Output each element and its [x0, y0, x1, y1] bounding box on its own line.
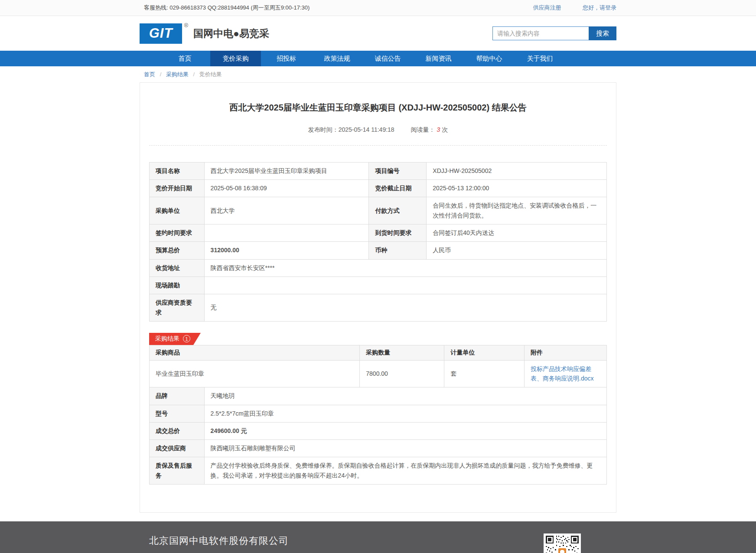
login-link[interactable]: 您好，请登录	[583, 4, 616, 11]
row-value	[204, 224, 369, 242]
table-row: 收货地址 陕西省西安市长安区****	[150, 259, 607, 276]
site-logo[interactable]: GIT ® 国网中电●易竞采	[140, 23, 269, 44]
breadcrumb: 首页 / 采购结果 / 竞价结果	[140, 66, 616, 82]
row-value: 合同签订后40天内送达	[427, 224, 607, 242]
nav-item-news[interactable]: 新闻资讯	[413, 51, 464, 66]
nav-item-policies[interactable]: 政策法规	[312, 51, 362, 66]
table-row: 成交供应商 陕西曦玥玉石雕刻雕塑有限公司	[150, 439, 607, 457]
attachment-link[interactable]: 投标产品技术响应偏差表、商务响应说明.docx	[531, 364, 600, 384]
result-details-table: 品牌 天曦地玥 型号 2.5*2.5*7cm蓝田玉印章 成交总价 249600.…	[149, 387, 607, 485]
views-count: 3	[437, 126, 440, 133]
search-button[interactable]: 搜索	[589, 26, 616, 40]
qr-code-area[interactable]: 点击扫描二维码	[534, 533, 590, 553]
announcement-card: 西北大学2025届毕业生蓝田玉印章采购项目 (XDJJ-HW-202505002…	[140, 82, 616, 513]
col-header-quantity: 采购数量	[360, 345, 444, 360]
site-footer: 北京国网中电软件股份有限公司 电话：029-86618373/138110016…	[0, 521, 756, 553]
brand-value: 天曦地玥	[204, 387, 606, 405]
row-label: 现场踏勘	[150, 276, 205, 294]
nav-item-tenders[interactable]: 招投标	[261, 51, 312, 66]
site-header: GIT ® 国网中电●易竞采 搜索	[0, 16, 756, 51]
model-value: 2.5*2.5*7cm蓝田玉印章	[204, 405, 606, 422]
views-unit: 次	[442, 126, 448, 133]
project-info-table: 项目名称 西北大学2025届毕业生蓝田玉印章采购项目 项目编号 XDJJ-HW-…	[149, 162, 607, 322]
table-row: 签约时间要求 到货时间要求 合同签订后40天内送达	[150, 224, 607, 242]
table-row: 型号 2.5*2.5*7cm蓝田玉印章	[150, 405, 607, 422]
row-label: 竞价开始日期	[150, 180, 205, 197]
row-value: XDJJ-HW-202505002	[427, 163, 607, 180]
logo-text: GIT	[149, 26, 173, 41]
supplier-register-link[interactable]: 供应商注册	[533, 4, 561, 11]
row-value: 2025-05-08 16:38:09	[204, 180, 369, 197]
row-label: 付款方式	[369, 197, 427, 224]
brand-name: 国网中电●易竞采	[193, 27, 269, 40]
table-row: 项目名称 西北大学2025届毕业生蓝田玉印章采购项目 项目编号 XDJJ-HW-…	[150, 163, 607, 180]
purchase-result-table: 采购商品 采购数量 计量单位 附件 毕业生蓝田玉印章 7800.00 套 投标产…	[149, 345, 607, 387]
row-label: 签约时间要求	[150, 224, 205, 242]
row-label: 成交供应商	[150, 439, 205, 457]
row-label: 收货地址	[150, 259, 205, 276]
top-utility-bar: 客服热线: 029-86618373 QQ:2881944994 (周一至周五9…	[0, 0, 756, 16]
nav-item-home[interactable]: 首页	[160, 51, 210, 66]
table-row: 供应商资质要求 无	[150, 294, 607, 321]
product-quantity: 7800.00	[360, 360, 444, 387]
table-row: 成交总价 249600.00 元	[150, 422, 607, 439]
product-name: 毕业生蓝田玉印章	[150, 360, 360, 387]
warranty-value: 产品交付学校验收后终身质保、免费维修保养。质保期自验收合格起计算，在质保期内出现…	[204, 457, 606, 484]
breadcrumb-purchase-results-link[interactable]: 采购结果	[166, 71, 189, 78]
nav-item-integrity-notice[interactable]: 诚信公告	[362, 51, 413, 66]
purchase-result-ribbon: 采购结果 1	[149, 333, 201, 345]
row-value: 无	[204, 294, 606, 321]
table-row: 品牌 天曦地玥	[150, 387, 607, 405]
breadcrumb-current: 竞价结果	[199, 71, 222, 78]
breadcrumb-separator: /	[160, 71, 162, 78]
search-input[interactable]	[492, 26, 589, 40]
budget-total-value: 312000.00	[204, 242, 369, 259]
table-row: 采购单位 西北大学 付款方式 合同生效后，待货物到达指定地点、安装调试验收合格后…	[150, 197, 607, 224]
nav-item-about-us[interactable]: 关于我们	[515, 51, 565, 66]
ribbon-label: 采购结果	[155, 335, 179, 343]
row-label: 项目名称	[150, 163, 205, 180]
row-value	[204, 276, 606, 294]
row-value: 合同生效后，待货物到达指定地点、安装调试验收合格后，一次性付清合同货款。	[427, 197, 607, 224]
qr-code-image	[544, 533, 581, 553]
table-header-row: 采购商品 采购数量 计量单位 附件	[150, 345, 607, 360]
row-label: 成交总价	[150, 422, 205, 439]
table-row: 现场踏勘	[150, 276, 607, 294]
col-header-unit: 计量单位	[444, 345, 525, 360]
row-label: 采购单位	[150, 197, 205, 224]
row-label: 币种	[369, 242, 427, 259]
nav-item-bidding-purchase[interactable]: 竞价采购	[210, 51, 261, 66]
row-value: 西北大学	[204, 197, 369, 224]
supplier-value: 陕西曦玥玉石雕刻雕塑有限公司	[204, 439, 606, 457]
row-value: 人民币	[427, 242, 607, 259]
row-label: 供应商资质要求	[150, 294, 205, 321]
row-label: 预算总价	[150, 242, 205, 259]
publish-time-label: 发布时间：	[308, 126, 339, 133]
deal-price-value: 249600.00 元	[204, 422, 606, 439]
row-label: 质保及售后服务	[150, 457, 205, 484]
product-unit: 套	[444, 360, 525, 387]
row-label: 品牌	[150, 387, 205, 405]
service-hotline-text: 客服热线: 029-86618373 QQ:2881944994 (周一至周五9…	[140, 4, 310, 12]
table-row: 竞价开始日期 2025-05-08 16:38:09 竞价截止日期 2025-0…	[150, 180, 607, 197]
main-nav: 首页 竞价采购 招投标 政策法规 诚信公告 新闻资讯 帮助中心 关于我们	[0, 51, 756, 66]
views-label: 阅读量：	[411, 126, 435, 133]
breadcrumb-home-link[interactable]: 首页	[144, 71, 155, 78]
breadcrumb-separator: /	[193, 71, 195, 78]
row-value: 陕西省西安市长安区****	[204, 259, 606, 276]
col-header-attachment: 附件	[525, 345, 607, 360]
ribbon-count-badge: 1	[183, 335, 190, 342]
row-label: 项目编号	[369, 163, 427, 180]
table-row: 毕业生蓝田玉印章 7800.00 套 投标产品技术响应偏差表、商务响应说明.do…	[150, 360, 607, 387]
col-header-product: 采购商品	[150, 345, 360, 360]
nav-item-help-center[interactable]: 帮助中心	[464, 51, 515, 66]
row-value: 西北大学2025届毕业生蓝田玉印章采购项目	[204, 163, 369, 180]
row-value: 2025-05-13 12:00:00	[427, 180, 607, 197]
row-label: 型号	[150, 405, 205, 422]
registered-mark: ®	[184, 22, 189, 29]
table-row: 预算总价 312000.00 币种 人民币	[150, 242, 607, 259]
publish-time-value: 2025-05-14 11:49:18	[339, 126, 394, 133]
row-label: 竞价截止日期	[369, 180, 427, 197]
table-row: 质保及售后服务 产品交付学校验收后终身质保、免费维修保养。质保期自验收合格起计算…	[150, 457, 607, 484]
row-label: 到货时间要求	[369, 224, 427, 242]
